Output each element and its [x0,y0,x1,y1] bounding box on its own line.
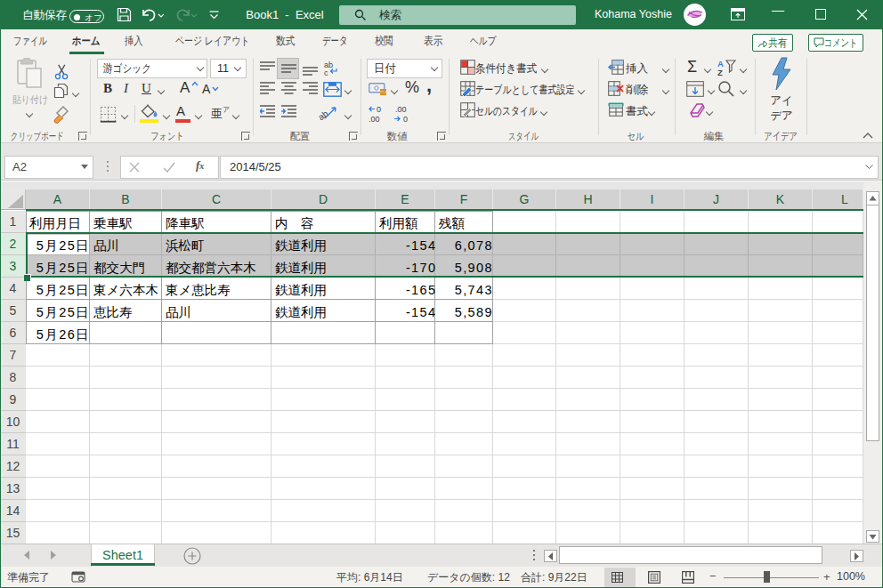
svg-text:.00: .00 [369,115,380,124]
svg-text:0: 0 [377,105,381,114]
svg-text:Z: Z [717,68,723,76]
svg-text:.00: .00 [395,105,407,114]
svg-text:0: 0 [403,115,408,124]
svg-text:c: c [324,68,328,77]
